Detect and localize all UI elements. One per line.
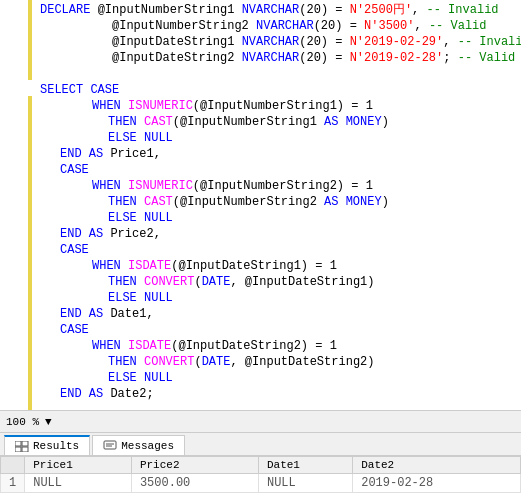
- declare-indicator: [28, 0, 32, 80]
- cell-date1: NULL: [258, 474, 352, 493]
- select-indicator: [28, 96, 32, 410]
- col-header-price1: Price1: [25, 457, 132, 474]
- svg-rect-2: [15, 447, 21, 452]
- code-line: SELECT CASE: [40, 82, 517, 98]
- code-line: CASE: [40, 242, 517, 258]
- col-header-date1: Date1: [258, 457, 352, 474]
- cell-price1: NULL: [25, 474, 132, 493]
- code-line: ELSE NULL: [40, 370, 517, 386]
- svg-rect-0: [15, 441, 21, 446]
- code-line: CASE: [40, 162, 517, 178]
- code-line: END AS Date1,: [40, 306, 517, 322]
- zoom-dropdown[interactable]: ▼: [45, 416, 52, 428]
- row-number: 1: [1, 474, 25, 493]
- svg-rect-4: [104, 441, 116, 449]
- svg-rect-1: [22, 441, 28, 446]
- tab-messages-label: Messages: [121, 440, 174, 452]
- code-lines: DECLARE @InputNumberString1 NVARCHAR(20)…: [36, 0, 521, 404]
- code-editor[interactable]: DECLARE @InputNumberString1 NVARCHAR(20)…: [0, 0, 521, 410]
- code-line: WHEN ISNUMERIC(@InputNumberString1) = 1: [40, 98, 517, 114]
- code-line: WHEN ISDATE(@InputDateString1) = 1: [40, 258, 517, 274]
- table-row: 1 NULL 3500.00 NULL 2019-02-28: [1, 474, 521, 493]
- code-line: @InputNumberString2 NVARCHAR(20) = N'350…: [40, 18, 517, 34]
- code-line: THEN CAST(@InputNumberString2 AS MONEY): [40, 194, 517, 210]
- code-line: THEN CAST(@InputNumberString1 AS MONEY): [40, 114, 517, 130]
- code-line: THEN CONVERT(DATE, @InputDateString2): [40, 354, 517, 370]
- svg-rect-3: [22, 447, 28, 452]
- code-line: THEN CONVERT(DATE, @InputDateString1): [40, 274, 517, 290]
- code-line: ELSE NULL: [40, 210, 517, 226]
- tabs-bar: Results Messages: [0, 432, 521, 456]
- code-line: WHEN ISDATE(@InputDateString2) = 1: [40, 338, 517, 354]
- code-line: END AS Price2,: [40, 226, 517, 242]
- tab-results[interactable]: Results: [4, 435, 90, 455]
- code-line: [40, 66, 517, 82]
- cell-date2: 2019-02-28: [353, 474, 521, 493]
- code-line: ELSE NULL: [40, 290, 517, 306]
- code-line: CASE: [40, 322, 517, 338]
- col-header-date2: Date2: [353, 457, 521, 474]
- tab-results-label: Results: [33, 440, 79, 452]
- editor-container: DECLARE @InputNumberString1 NVARCHAR(20)…: [0, 0, 521, 410]
- message-icon: [103, 440, 117, 451]
- code-line: END AS Date2;: [40, 386, 517, 402]
- code-line: END AS Price1,: [40, 146, 517, 162]
- tab-messages[interactable]: Messages: [92, 435, 185, 455]
- col-header-price2: Price2: [131, 457, 258, 474]
- bottom-toolbar: 100 % ▼: [0, 410, 521, 432]
- grid-icon: [15, 441, 29, 452]
- zoom-label: 100 %: [6, 416, 39, 428]
- results-table: Price1 Price2 Date1 Date2 1 NULL 3500.00…: [0, 456, 521, 493]
- code-line: WHEN ISNUMERIC(@InputNumberString2) = 1: [40, 178, 517, 194]
- table-header-row: Price1 Price2 Date1 Date2: [1, 457, 521, 474]
- results-area: Price1 Price2 Date1 Date2 1 NULL 3500.00…: [0, 456, 521, 493]
- code-line: @InputDateString2 NVARCHAR(20) = N'2019-…: [40, 50, 517, 66]
- code-line: DECLARE @InputNumberString1 NVARCHAR(20)…: [40, 2, 517, 18]
- code-line: ELSE NULL: [40, 130, 517, 146]
- cell-price2: 3500.00: [131, 474, 258, 493]
- col-header-rownum: [1, 457, 25, 474]
- code-line: @InputDateString1 NVARCHAR(20) = N'2019-…: [40, 34, 517, 50]
